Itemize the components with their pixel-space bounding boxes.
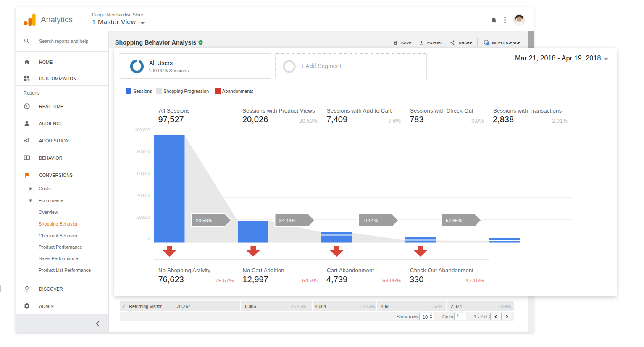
svg-text:20.53%: 20.53% bbox=[196, 218, 212, 223]
svg-text:9.14%: 9.14% bbox=[364, 218, 378, 223]
svg-text:34.46%: 34.46% bbox=[279, 218, 296, 223]
svg-text:57.85%: 57.85% bbox=[446, 218, 462, 223]
